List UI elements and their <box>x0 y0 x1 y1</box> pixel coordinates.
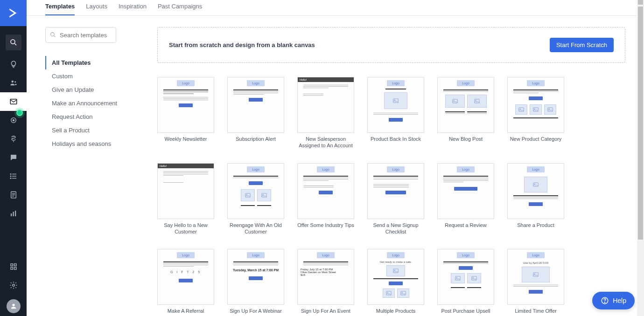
scratch-text: Start from scratch and design from a bla… <box>169 41 315 48</box>
template-label: Reengage With An Old Customer <box>227 222 284 235</box>
template-card[interactable]: LogoG I F T 2 5Make A Referral <box>157 249 214 314</box>
tab-layouts[interactable]: Layouts <box>86 3 107 15</box>
template-thumbnail: Logo <box>437 163 494 219</box>
template-thumbnail: Logo <box>227 163 284 219</box>
cat-sell-product[interactable]: Sell a Product <box>45 124 139 137</box>
start-scratch-box: Start from scratch and design from a bla… <box>157 27 625 63</box>
template-thumbnail: Logo <box>437 77 494 133</box>
template-card[interactable]: LogoWeekly Newsletter <box>157 77 214 149</box>
template-card[interactable]: LogoGet ready to make a sale.Multiple Pr… <box>367 249 424 314</box>
tab-inspiration[interactable]: Inspiration <box>119 3 147 15</box>
svg-point-2 <box>11 81 14 83</box>
template-label: New Salesperson Assigned to An Account <box>297 136 354 149</box>
svg-rect-22 <box>11 268 13 270</box>
nav-settings-icon[interactable] <box>0 276 27 295</box>
template-card[interactable]: LogoUse by April-20 0:00Limited Time Off… <box>507 249 564 314</box>
help-button[interactable]: Help <box>592 292 635 309</box>
search-icon[interactable] <box>6 34 21 50</box>
nav-lists-icon[interactable] <box>0 167 27 185</box>
templates-area: Start from scratch and design from a bla… <box>157 27 625 316</box>
sidebar <box>0 0 27 316</box>
svg-point-12 <box>10 178 11 179</box>
left-panel: All Templates Custom Give an Update Make… <box>45 27 139 316</box>
svg-point-6 <box>13 120 14 121</box>
nav-lightbulb-icon[interactable] <box>0 55 27 74</box>
scroll-up-arrow[interactable] <box>638 0 643 5</box>
main: Templates Layouts Inspiration Past Campa… <box>27 0 644 316</box>
templates-grid: LogoWeekly NewsletterLogoSubscription Al… <box>157 77 625 314</box>
template-label: Multiple Products <box>376 308 415 314</box>
avatar[interactable] <box>7 299 21 313</box>
template-card[interactable]: LogoPost Purchase Upsell <box>437 249 494 314</box>
template-thumbnail: LogoG I F T 2 5 <box>157 249 214 305</box>
template-thumbnail: Logo <box>367 163 424 219</box>
template-thumbnail: Logo <box>507 163 564 219</box>
cat-announcement[interactable]: Make an Announcement <box>45 96 139 110</box>
template-label: Share a Product <box>517 222 554 228</box>
help-label: Help <box>613 297 626 304</box>
template-thumbnail: Hello! <box>297 77 354 133</box>
template-card[interactable]: LogoSubscription Alert <box>227 77 284 149</box>
cat-holidays[interactable]: Holidays and seasons <box>45 137 139 151</box>
svg-rect-21 <box>14 264 16 266</box>
template-card[interactable]: LogoNew Product Category <box>507 77 564 149</box>
nav-apps-icon[interactable] <box>0 257 27 276</box>
cat-give-update[interactable]: Give an Update <box>45 83 139 96</box>
svg-point-11 <box>10 176 11 177</box>
template-label: Make A Referral <box>168 308 204 314</box>
start-from-scratch-button[interactable]: Start From Scratch <box>550 38 614 52</box>
template-label: Subscription Alert <box>236 136 276 142</box>
svg-rect-19 <box>15 211 16 216</box>
template-label: Limited Time Offer <box>515 308 557 314</box>
template-thumbnail: LogoFriday, July 15 at 7:00 PMOlive Gard… <box>297 249 354 305</box>
template-thumbnail: Hello! <box>157 163 214 219</box>
scrollbar-thumb[interactable] <box>638 7 643 240</box>
template-card[interactable]: Hello!Say Hello to a New Customer <box>157 163 214 235</box>
template-thumbnail: Logo <box>367 77 424 133</box>
scrollbar-track[interactable] <box>637 0 644 316</box>
tabs: Templates Layouts Inspiration Past Campa… <box>27 0 644 16</box>
svg-point-24 <box>12 284 14 287</box>
template-label: Post Purchase Upsell <box>441 308 490 314</box>
svg-point-10 <box>10 174 11 175</box>
template-card[interactable]: LogoTuesday, March 15 at 7:00 PMSign Up … <box>227 249 284 314</box>
template-card[interactable]: LogoOffer Some Industry Tips <box>297 163 354 235</box>
svg-rect-20 <box>11 264 13 266</box>
template-label: Product Back In Stock <box>371 136 421 142</box>
cat-request-action[interactable]: Request Action <box>45 110 139 124</box>
template-label: Request a Review <box>445 222 486 228</box>
nav-contacts-icon[interactable] <box>0 74 27 92</box>
tab-templates[interactable]: Templates <box>45 3 75 15</box>
template-thumbnail: Logo <box>227 77 284 133</box>
template-card[interactable]: LogoRequest a Review <box>437 163 494 235</box>
svg-point-3 <box>14 81 16 82</box>
template-card[interactable]: LogoReengage With An Old Customer <box>227 163 284 235</box>
template-card[interactable]: LogoShare a Product <box>507 163 564 235</box>
template-card[interactable]: LogoNew Blog Post <box>437 77 494 149</box>
nav-campaigns-icon[interactable] <box>0 92 27 111</box>
template-card[interactable]: LogoProduct Back In Stock <box>367 77 424 149</box>
cat-custom[interactable]: Custom <box>45 69 139 83</box>
template-label: Say Hello to a New Customer <box>157 222 214 235</box>
svg-rect-18 <box>13 212 14 216</box>
cat-all-templates[interactable]: All Templates <box>45 56 139 69</box>
template-label: New Product Category <box>510 136 562 142</box>
template-label: Sign Up For An Event <box>301 308 350 314</box>
template-label: New Blog Post <box>449 136 483 142</box>
template-card[interactable]: Hello!New Salesperson Assigned to An Acc… <box>297 77 354 149</box>
template-card[interactable]: LogoSend a New Signup Checklist <box>367 163 424 235</box>
nav-deals-icon[interactable] <box>0 130 27 148</box>
template-label: Offer Some Industry Tips <box>297 222 354 228</box>
svg-point-26 <box>51 33 55 36</box>
tab-past-campaigns[interactable]: Past Campaigns <box>158 3 202 15</box>
nav-conversations-icon[interactable] <box>0 148 27 167</box>
template-card[interactable]: LogoFriday, July 15 at 7:00 PMOlive Gard… <box>297 249 354 314</box>
notification-dot <box>16 110 23 116</box>
svg-line-1 <box>14 43 16 45</box>
nav-reports-icon[interactable] <box>0 204 27 223</box>
svg-rect-23 <box>14 268 16 270</box>
nav-automations-icon[interactable] <box>0 111 27 130</box>
app-logo[interactable] <box>0 0 27 26</box>
svg-line-27 <box>54 36 56 37</box>
nav-forms-icon[interactable] <box>0 185 27 204</box>
